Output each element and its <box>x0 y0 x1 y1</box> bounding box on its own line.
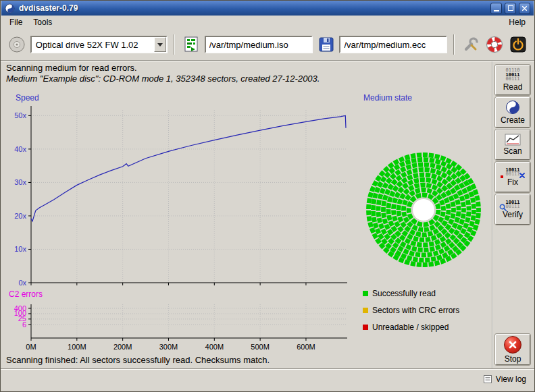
legend-item-unreadable: Unreadable / skipped <box>363 323 449 332</box>
medium-state-disc <box>364 150 483 269</box>
speed-chart-title: Speed <box>16 93 39 103</box>
svg-text:300M: 300M <box>159 343 178 351</box>
footer-status: Scanning finished: All sectors successfu… <box>6 355 270 365</box>
fix-button-label: Fix <box>507 177 518 187</box>
svg-text:30x: 30x <box>14 178 26 186</box>
combobox-arrow-button[interactable] <box>154 37 166 52</box>
ecc-file-icon <box>317 36 335 53</box>
svg-text:20x: 20x <box>14 212 26 220</box>
select-ecc-file-button[interactable] <box>316 34 336 55</box>
verify-button[interactable]: 10011 00111 Verify <box>495 194 530 225</box>
drive-combobox[interactable]: Optical drive 52X FW 1.02 <box>30 36 168 53</box>
drive-combobox-value: Optical drive 52X FW 1.02 <box>32 37 154 52</box>
maximize-button[interactable] <box>505 3 516 14</box>
fix-tools-icon <box>519 172 526 179</box>
preferences-button[interactable] <box>461 34 481 55</box>
wrench-icon <box>462 36 480 53</box>
fix-error-cell <box>501 175 503 178</box>
svg-text:100M: 100M <box>68 343 86 351</box>
ecc-path-input[interactable] <box>339 36 447 53</box>
svg-text:400M: 400M <box>205 343 224 351</box>
maximize-icon <box>508 5 513 11</box>
minimize-icon <box>494 10 499 11</box>
stop-button-label: Stop <box>505 354 521 364</box>
legend-item-crc: Sectors with CRC errors <box>363 306 459 315</box>
svg-text:600M: 600M <box>297 343 315 351</box>
svg-text:40x: 40x <box>14 145 26 153</box>
status-line-2: Medium "Example disc": CD-ROM mode 1, 35… <box>6 74 320 84</box>
chevron-down-icon <box>157 43 163 47</box>
quit-button[interactable] <box>508 34 528 55</box>
log-icon <box>483 374 492 384</box>
stop-icon <box>504 336 521 354</box>
scan-button-label: Scan <box>503 146 521 156</box>
legend-item-success: Successfully read <box>363 289 436 298</box>
titlebar[interactable]: dvdisaster-0.79 <box>1 1 534 16</box>
magnifier-icon <box>499 204 507 212</box>
sidebar-divider <box>492 61 493 368</box>
read-button-label: Read <box>503 82 523 92</box>
window-controls <box>490 3 530 14</box>
menu-tools[interactable]: Tools <box>28 16 57 28</box>
svg-text:0M: 0M <box>26 343 36 351</box>
svg-text:50x: 50x <box>14 111 26 119</box>
app-window: dvdisaster-0.79 File Tools Help Optical <box>0 0 535 392</box>
read-button[interactable]: 01110 10011 00111 Read <box>495 65 530 95</box>
svg-text:0x: 0x <box>18 279 26 287</box>
fix-button[interactable]: 10011 00111 Fix <box>495 162 530 192</box>
window-title: dvdisaster-0.79 <box>19 3 78 13</box>
iso-path-input[interactable] <box>205 36 313 53</box>
toolbar-separator <box>174 34 175 55</box>
yinyang-icon <box>505 100 520 115</box>
view-log-button[interactable]: View log <box>480 372 529 386</box>
optical-drive-icon <box>8 36 26 53</box>
view-log-label: View log <box>496 374 526 384</box>
power-icon <box>509 36 527 53</box>
menubar: File Tools Help <box>1 16 534 29</box>
close-icon <box>521 5 528 12</box>
toolbar-separator <box>453 34 455 55</box>
c2-errors-chart: 6251004000M100M200M300M400M500M600M <box>1 298 359 360</box>
create-button-label: Create <box>501 115 525 125</box>
fix-icon: 10011 00111 <box>505 168 519 177</box>
speed-chart: 0x10x20x30x40x50x <box>1 102 359 291</box>
scan-button[interactable]: Scan <box>495 130 530 160</box>
drive-select-button[interactable] <box>7 34 27 55</box>
svg-text:500M: 500M <box>251 343 270 351</box>
menu-help[interactable]: Help <box>503 16 531 28</box>
image-file-icon <box>182 36 200 53</box>
verify-icon: 10011 00111 <box>505 200 519 209</box>
medium-state-title: Medium state <box>363 93 412 103</box>
toolbar: Optical drive 52X FW 1.02 <box>1 29 534 60</box>
svg-text:400: 400 <box>14 304 26 312</box>
app-icon-yinyang <box>5 3 15 13</box>
legend-label-crc: Sectors with CRC errors <box>372 306 459 315</box>
legend-label-unreadable: Unreadable / skipped <box>372 323 449 332</box>
stop-button[interactable]: Stop <box>495 334 530 365</box>
minimize-button[interactable] <box>490 3 502 14</box>
toolbar-divider <box>1 60 534 61</box>
svg-text:200M: 200M <box>113 343 132 351</box>
help-button[interactable] <box>484 34 505 55</box>
read-icon: 01110 10011 00111 <box>505 68 519 82</box>
scan-chart-icon <box>505 134 521 146</box>
status-line-1: Scanning medium for read errors. <box>6 63 137 73</box>
select-image-file-button[interactable] <box>181 34 201 55</box>
create-button[interactable]: Create <box>495 97 530 128</box>
close-button[interactable] <box>519 3 530 14</box>
footer-divider <box>1 368 534 370</box>
legend-swatch-unreadable <box>363 325 368 330</box>
legend-swatch-success <box>363 291 368 296</box>
svg-text:10x: 10x <box>14 245 26 253</box>
legend-label-success: Successfully read <box>372 289 436 298</box>
legend-swatch-crc <box>363 308 368 313</box>
menu-file[interactable]: File <box>4 16 28 28</box>
lifesaver-icon <box>486 36 503 53</box>
